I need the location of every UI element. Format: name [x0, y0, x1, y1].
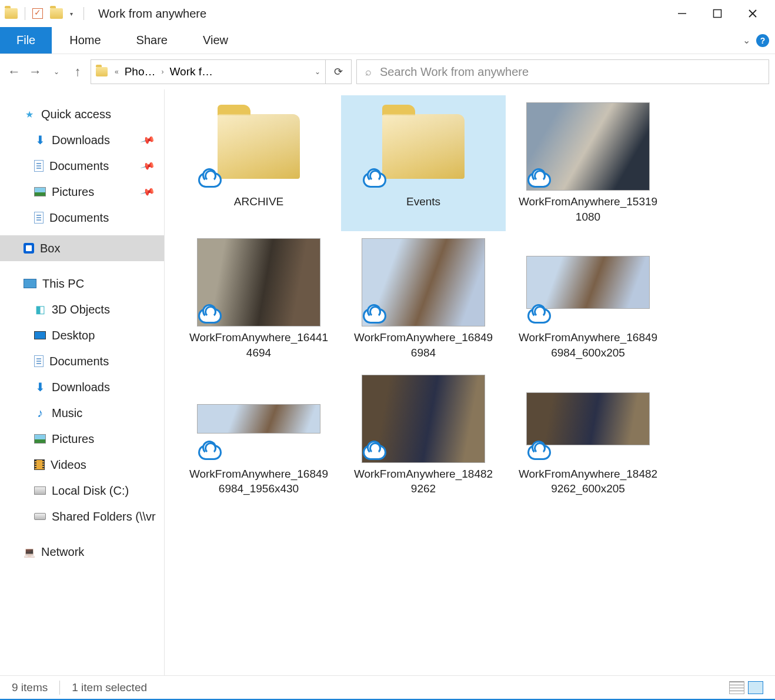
- search-input[interactable]: [380, 65, 760, 79]
- minimize-button[interactable]: [664, 2, 700, 25]
- network-icon: [24, 546, 35, 558]
- thumbnail: [197, 102, 320, 191]
- breadcrumb-arrow-icon[interactable]: «: [112, 68, 121, 76]
- sidebar-item-this-pc[interactable]: This PC: [0, 271, 164, 296]
- thumbnails-view-button[interactable]: [748, 681, 763, 694]
- titlebar-left: ▾: [5, 7, 88, 20]
- tab-home[interactable]: Home: [52, 27, 118, 54]
- folder-icon: [96, 67, 108, 76]
- search-box[interactable]: ⌕: [356, 59, 769, 84]
- separator: [83, 7, 84, 20]
- sidebar-item-documents-3[interactable]: Documents: [0, 348, 164, 374]
- image-thumbnail: [526, 256, 650, 309]
- sidebar-label: Documents: [49, 355, 109, 368]
- sidebar-item-quick-access[interactable]: ★Quick access: [0, 101, 164, 127]
- sidebar-item-downloads-2[interactable]: ⬇Downloads: [0, 374, 164, 400]
- back-button[interactable]: ←: [6, 64, 22, 80]
- sidebar-item-documents-2[interactable]: Documents: [0, 205, 164, 231]
- content-pane[interactable]: ARCHIVEEventsWorkFromAnywhere_153191080W…: [165, 89, 775, 675]
- sidebar-item-videos[interactable]: Videos: [0, 452, 164, 478]
- maximize-button[interactable]: [700, 2, 735, 25]
- cloud-status-icon: [197, 442, 223, 463]
- status-item-count: 9 items: [12, 681, 48, 694]
- address-caret-icon[interactable]: ⌄: [315, 68, 320, 76]
- sidebar-item-music[interactable]: ♪Music: [0, 400, 164, 426]
- file-item[interactable]: WorkFromAnywhere_168496984_600x205: [506, 231, 670, 367]
- cloud-status-icon: [197, 305, 223, 326]
- thumbnail: [362, 102, 485, 191]
- documents-icon: [34, 160, 44, 172]
- image-thumbnail: [526, 392, 650, 445]
- sidebar-item-box[interactable]: Box: [0, 235, 164, 261]
- file-item[interactable]: WorkFromAnywhere_168496984: [341, 231, 506, 367]
- recent-locations-button[interactable]: ⌄: [48, 64, 65, 80]
- sidebar-label: This PC: [42, 277, 84, 291]
- sidebar-label: Network: [41, 545, 84, 559]
- pictures-icon: [34, 187, 46, 196]
- pictures-icon: [34, 434, 46, 444]
- sidebar-item-downloads[interactable]: ⬇Downloads📌: [0, 127, 164, 153]
- item-label: WorkFromAnywhere_184829262: [353, 466, 494, 496]
- sidebar-item-network[interactable]: Network: [0, 539, 164, 565]
- image-thumbnail: [197, 404, 320, 434]
- forward-button[interactable]: →: [27, 64, 44, 80]
- thumbnail: [362, 375, 485, 463]
- sidebar-label: Documents: [49, 211, 109, 225]
- item-label: WorkFromAnywhere_164414694: [188, 330, 329, 360]
- music-icon: ♪: [34, 407, 46, 419]
- thumbnail: [526, 102, 650, 191]
- pin-icon: 📌: [140, 132, 156, 148]
- star-icon: ★: [24, 108, 35, 120]
- quick-access-caret-icon[interactable]: ▾: [66, 11, 76, 17]
- sidebar-item-documents[interactable]: Documents📌: [0, 153, 164, 179]
- tab-view[interactable]: View: [185, 27, 246, 54]
- folder-icon: [382, 114, 465, 179]
- folder-icon[interactable]: [50, 8, 63, 19]
- sidebar-item-3d-objects[interactable]: ◧3D Objects: [0, 296, 164, 322]
- view-switcher: [729, 681, 763, 694]
- file-item[interactable]: WorkFromAnywhere_168496984_1956x430: [176, 368, 341, 504]
- downloads-icon: ⬇: [34, 134, 46, 146]
- sidebar-label: Local Disk (C:): [52, 484, 129, 498]
- breadcrumb-arrow-icon[interactable]: ›: [159, 68, 166, 76]
- close-button[interactable]: [735, 2, 770, 25]
- sidebar-item-shared-folders[interactable]: Shared Folders (\\vr: [0, 504, 164, 529]
- file-item[interactable]: WorkFromAnywhere_184829262_600x205: [506, 368, 670, 504]
- box-icon: [24, 243, 34, 254]
- breadcrumb-current[interactable]: Work f…: [166, 65, 217, 78]
- sidebar-label: Desktop: [52, 329, 95, 342]
- item-label: Events: [406, 194, 440, 209]
- sidebar-item-pictures-2[interactable]: Pictures: [0, 426, 164, 452]
- thumbnail: [197, 375, 320, 463]
- folder-item[interactable]: ARCHIVE: [176, 95, 341, 231]
- separator: [25, 7, 25, 20]
- sidebar-label: Pictures: [52, 185, 94, 199]
- cloud-status-icon: [362, 442, 388, 463]
- sidebar-item-pictures[interactable]: Pictures📌: [0, 179, 164, 205]
- sidebar-label: Box: [40, 242, 60, 255]
- ribbon-expand-icon[interactable]: ⌄: [743, 35, 750, 46]
- documents-icon: [34, 212, 44, 224]
- file-item[interactable]: WorkFromAnywhere_184829262: [341, 368, 506, 504]
- properties-icon[interactable]: [32, 8, 43, 19]
- folder-item[interactable]: Events: [341, 95, 506, 231]
- network-drive-icon: [34, 513, 46, 520]
- file-item[interactable]: WorkFromAnywhere_153191080: [506, 95, 670, 231]
- help-icon[interactable]: ?: [756, 34, 769, 47]
- file-tab[interactable]: File: [0, 27, 52, 54]
- folder-icon: [218, 114, 300, 179]
- sidebar-item-local-disk[interactable]: Local Disk (C:): [0, 478, 164, 504]
- item-label: WorkFromAnywhere_168496984_600x205: [517, 330, 659, 360]
- thumbnail: [197, 238, 320, 326]
- up-button[interactable]: ↑: [69, 64, 86, 80]
- sidebar-label: Downloads: [52, 381, 110, 394]
- tab-share[interactable]: Share: [119, 27, 185, 54]
- thumbnail: [526, 375, 650, 463]
- file-item[interactable]: WorkFromAnywhere_164414694: [176, 231, 341, 367]
- details-view-button[interactable]: [729, 681, 744, 694]
- refresh-button[interactable]: ⟳: [326, 59, 352, 84]
- sidebar-item-desktop[interactable]: Desktop: [0, 322, 164, 348]
- breadcrumb-photos[interactable]: Pho…: [121, 65, 159, 78]
- address-bar[interactable]: « Pho… › Work f… ⌄: [91, 59, 326, 84]
- cube-icon: ◧: [34, 304, 46, 315]
